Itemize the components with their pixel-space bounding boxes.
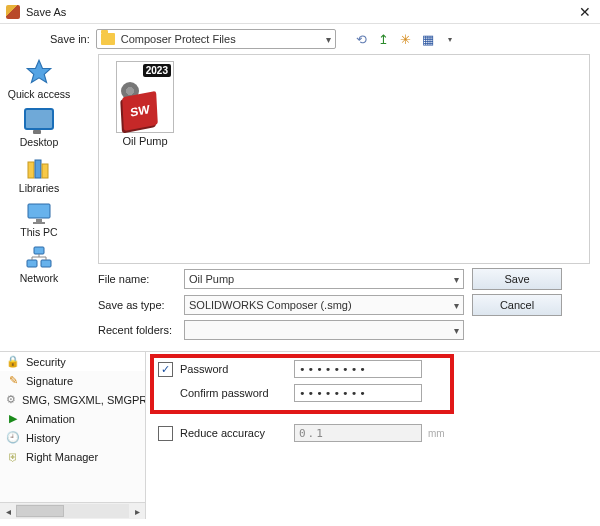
tab-label: Signature — [26, 375, 73, 387]
pen-icon: ✎ — [6, 374, 20, 388]
file-name-input[interactable]: Oil Pump ▾ — [184, 269, 464, 289]
chevron-down-icon: ▾ — [326, 34, 331, 45]
tabs-scrollbar[interactable]: ◂ ▸ — [0, 502, 145, 519]
tab-label: History — [26, 432, 60, 444]
cancel-button-label: Cancel — [500, 299, 534, 311]
file-item-oil-pump[interactable]: 2023 SW Oil Pump — [105, 61, 185, 147]
nav-up-icon[interactable]: ↥ — [376, 31, 392, 47]
save-as-type-combo[interactable]: SOLIDWORKS Composer (.smg) ▾ — [184, 295, 464, 315]
save-in-combo[interactable]: Composer Protect Files ▾ — [96, 29, 336, 49]
place-label: Network — [20, 272, 59, 284]
close-button[interactable]: ✕ — [570, 0, 600, 24]
reduce-accuracy-value: 0.1 — [299, 427, 325, 440]
network-icon — [25, 246, 53, 270]
file-list[interactable]: 2023 SW Oil Pump — [98, 54, 590, 264]
password-input[interactable]: •••••••• — [294, 360, 422, 378]
chevron-down-icon: ▾ — [454, 300, 459, 311]
reduce-accuracy-checkbox[interactable] — [158, 426, 173, 441]
place-libraries[interactable]: Libraries — [0, 156, 78, 194]
confirm-password-value: •••••••• — [299, 387, 368, 400]
pc-icon — [25, 202, 53, 224]
password-checkbox[interactable] — [158, 362, 173, 377]
file-thumbnail: 2023 SW — [116, 61, 174, 133]
security-panel: Password •••••••• Confirm password •••••… — [146, 352, 600, 519]
nav-views-caret[interactable]: ▾ — [442, 31, 458, 47]
place-label: Desktop — [20, 136, 59, 148]
svg-rect-6 — [33, 222, 45, 224]
file-year-badge: 2023 — [143, 64, 171, 77]
window-title: Save As — [26, 6, 66, 18]
svg-rect-1 — [28, 162, 34, 178]
reduce-accuracy-input: 0.1 — [294, 424, 422, 442]
save-in-value: Composer Protect Files — [121, 33, 326, 45]
app-icon — [6, 5, 20, 19]
nav-new-folder-icon[interactable]: ✳ — [398, 31, 414, 47]
place-this-pc[interactable]: This PC — [0, 202, 78, 238]
place-network[interactable]: Network — [0, 246, 78, 284]
tab-label: Security — [26, 356, 66, 368]
confirm-password-input[interactable]: •••••••• — [294, 384, 422, 402]
password-label: Password — [180, 363, 288, 375]
titlebar: Save As ✕ — [0, 0, 600, 24]
libraries-icon — [25, 156, 53, 180]
chevron-down-icon: ▾ — [454, 274, 459, 285]
recent-folders-label: Recent folders: — [98, 324, 176, 336]
tab-smg-options[interactable]: ⚙ SMG, SMGXML, SMGPROJ Options — [0, 390, 145, 409]
place-label: Quick access — [8, 88, 70, 100]
file-caption: Oil Pump — [122, 135, 167, 147]
place-desktop[interactable]: Desktop — [0, 108, 78, 148]
svg-rect-7 — [34, 247, 44, 254]
recent-folders-combo[interactable]: ▾ — [184, 320, 464, 340]
tab-animation[interactable]: ▶ Animation — [0, 409, 145, 428]
file-name-label: File name: — [98, 273, 176, 285]
tab-security[interactable]: 🔒 Security — [0, 352, 145, 371]
tab-label: Right Manager — [26, 451, 98, 463]
tab-right-manager[interactable]: ⛨ Right Manager — [0, 447, 145, 466]
password-value: •••••••• — [299, 363, 368, 376]
options-tabs: 🔒 Security ✎ Signature ⚙ SMG, SMGXML, SM… — [0, 352, 146, 519]
reduce-accuracy-unit: mm — [428, 428, 458, 439]
desktop-icon — [24, 108, 54, 130]
scroll-track[interactable] — [16, 504, 129, 518]
nav-back-icon[interactable]: ⟲ — [354, 31, 370, 47]
shield-icon: ⛨ — [6, 450, 20, 464]
save-as-type-value: SOLIDWORKS Composer (.smg) — [189, 299, 454, 311]
sw-badge: SW — [122, 91, 158, 131]
place-label: This PC — [20, 226, 57, 238]
save-button-label: Save — [504, 273, 529, 285]
place-quick-access[interactable]: Quick access — [0, 58, 78, 100]
svg-rect-5 — [36, 219, 42, 222]
lock-icon: 🔒 — [6, 355, 20, 369]
scroll-right-icon[interactable]: ▸ — [129, 503, 145, 519]
fields-block: File name: Oil Pump ▾ Save Save as type:… — [78, 264, 600, 344]
scroll-thumb[interactable] — [16, 505, 64, 517]
svg-marker-0 — [27, 60, 50, 82]
save-in-row: Save in: Composer Protect Files ▾ ⟲ ↥ ✳ … — [0, 24, 600, 54]
svg-rect-8 — [27, 260, 37, 267]
svg-rect-4 — [28, 204, 50, 218]
main-area: Quick access Desktop Libraries This PC N… — [0, 54, 600, 351]
cancel-button[interactable]: Cancel — [472, 294, 562, 316]
tab-label: Animation — [26, 413, 75, 425]
place-label: Libraries — [19, 182, 59, 194]
svg-rect-2 — [35, 160, 41, 178]
tab-history[interactable]: 🕘 History — [0, 428, 145, 447]
play-icon: ▶ — [6, 412, 20, 426]
tab-signature[interactable]: ✎ Signature — [0, 371, 145, 390]
folder-icon — [101, 33, 115, 45]
tab-label: SMG, SMGXML, SMGPROJ Options — [22, 394, 145, 406]
save-button[interactable]: Save — [472, 268, 562, 290]
svg-rect-9 — [41, 260, 51, 267]
save-as-type-label: Save as type: — [98, 299, 176, 311]
folder-nav-icons: ⟲ ↥ ✳ ▦ ▾ — [354, 31, 458, 47]
scroll-left-icon[interactable]: ◂ — [0, 503, 16, 519]
nav-views-icon[interactable]: ▦ — [420, 31, 436, 47]
options-area: 🔒 Security ✎ Signature ⚙ SMG, SMGXML, SM… — [0, 351, 600, 519]
svg-rect-3 — [42, 164, 48, 178]
save-in-label: Save in: — [50, 33, 90, 45]
confirm-password-label: Confirm password — [180, 387, 288, 399]
places-bar: Quick access Desktop Libraries This PC N… — [0, 54, 78, 351]
clock-icon: 🕘 — [6, 431, 20, 445]
reduce-accuracy-label: Reduce accuracy — [180, 427, 288, 439]
gear-icon: ⚙ — [6, 393, 16, 407]
